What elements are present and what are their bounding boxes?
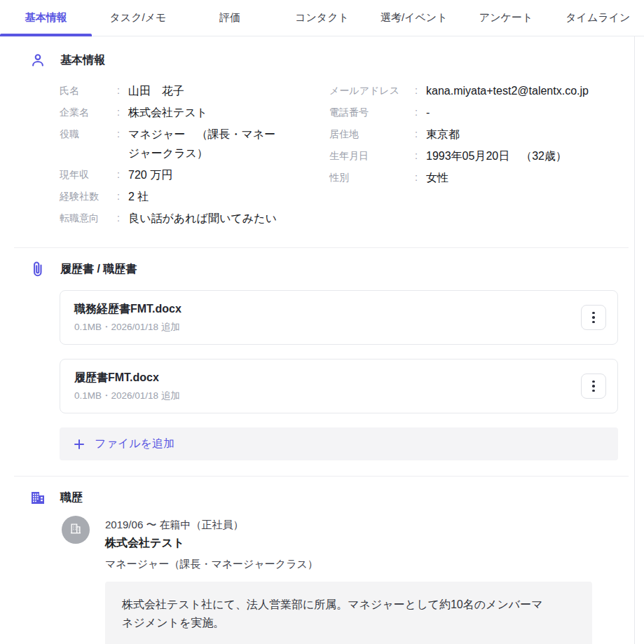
profile-content: 基本情報 氏名 : 山田 花子 企業名 : 株式会社テスト 役職 [0, 36, 635, 644]
paperclip-icon [29, 261, 46, 278]
work-company: 株式会社テスト [105, 535, 592, 551]
field-birthdate: 生年月日 : 1993年05月20日 （32歳） [329, 145, 629, 167]
field-label: 経験社数 [60, 187, 117, 206]
field-label: 居住地 [329, 125, 415, 144]
field-value: 1993年05月20日 （32歳） [426, 146, 567, 165]
field-gender: 性別 : 女性 [329, 167, 629, 189]
building-icon [29, 489, 46, 506]
field-colon: : [415, 168, 426, 187]
work-description-box: 株式会社テスト社にて、法人営業部に所属。マネジャーとして約10名のメンバーマネジ… [105, 582, 592, 644]
work-entry-body: 2019/06 〜 在籍中（正社員） 株式会社テスト マネージャー（課長・マネー… [105, 516, 592, 644]
field-label: 生年月日 [329, 146, 415, 165]
company-avatar [62, 516, 90, 544]
basic-info-section: 基本情報 氏名 : 山田 花子 企業名 : 株式会社テスト 役職 [0, 52, 634, 229]
field-value: kana.miyata+test2@talentx.co.jp [426, 81, 589, 100]
field-label: メールアドレス [329, 81, 415, 100]
plus-icon [74, 439, 85, 450]
field-label: 企業名 [60, 103, 117, 122]
field-value: マネジャー （課長・マネージャークラス） [128, 125, 280, 163]
file-meta: 0.1MB・2026/01/18 追加 [74, 321, 568, 334]
field-value: 女性 [426, 168, 448, 187]
file-name: 履歴書FMT.docx [74, 370, 568, 385]
field-residence: 居住地 : 東京都 [329, 123, 629, 145]
building-icon [69, 521, 83, 538]
tab-contact[interactable]: コンタクト [276, 0, 368, 36]
field-value: 山田 花子 [128, 81, 184, 100]
field-colon: : [117, 103, 128, 122]
documents-header: 履歴書 / 職歴書 [0, 261, 634, 278]
field-colon: : [415, 103, 426, 122]
field-value: - [426, 103, 430, 122]
person-icon [29, 52, 46, 69]
field-label: 役職 [60, 125, 117, 163]
work-history-title: 職歴 [60, 491, 83, 505]
field-email: メールアドレス : kana.miyata+test2@talentx.co.j… [329, 80, 629, 102]
tab-tasks-memo[interactable]: タスク/メモ [92, 0, 184, 36]
field-label: 現年収 [60, 165, 117, 184]
field-current-salary: 現年収 : 720 万円 [60, 164, 329, 186]
field-label: 転職意向 [60, 209, 117, 228]
basic-info-fields: 氏名 : 山田 花子 企業名 : 株式会社テスト 役職 : マネジャー （課長・… [60, 80, 629, 229]
field-value: 良い話があれば聞いてみたい [128, 209, 277, 228]
basic-info-title: 基本情報 [60, 53, 105, 68]
work-role: マネージャー（課長・マネージャークラス） [105, 557, 592, 571]
field-job-change-intent: 転職意向 : 良い話があれば聞いてみたい [60, 207, 329, 229]
field-phone: 電話番号 : - [329, 102, 629, 123]
field-colon: : [415, 125, 426, 144]
tab-timeline[interactable]: タイムライン [552, 0, 644, 36]
field-value: 東京都 [426, 125, 460, 144]
field-value: 2 社 [128, 187, 149, 206]
field-value: 720 万円 [128, 165, 172, 184]
field-colon: : [117, 187, 128, 206]
basic-info-header: 基本情報 [0, 52, 634, 69]
field-label: 電話番号 [329, 103, 415, 122]
work-period: 2019/06 〜 在籍中（正社員） [105, 518, 592, 532]
basic-info-fields-right: メールアドレス : kana.miyata+test2@talentx.co.j… [329, 80, 629, 229]
tab-basic-info[interactable]: 基本情報 [0, 0, 92, 36]
file-menu-button[interactable] [581, 374, 606, 399]
work-description: 株式会社テスト社にて、法人営業部に所属。マネジャーとして約10名のメンバーマネジ… [122, 596, 549, 632]
add-file-button[interactable]: ファイルを追加 [60, 427, 618, 460]
field-label: 氏名 [60, 81, 117, 100]
field-company: 企業名 : 株式会社テスト [60, 102, 329, 123]
field-companies-count: 経験社数 : 2 社 [60, 186, 329, 207]
tab-evaluation[interactable]: 評価 [184, 0, 276, 36]
field-colon: : [415, 146, 426, 165]
field-name: 氏名 : 山田 花子 [60, 80, 329, 102]
document-list: 職務経歴書FMT.docx 0.1MB・2026/01/18 追加 履歴書FMT… [60, 290, 618, 413]
field-label: 性別 [329, 168, 415, 187]
candidate-profile-page: 基本情報 タスク/メモ 評価 コンタクト 選考/イベント アンケート タイムライ… [0, 0, 644, 644]
field-colon: : [117, 125, 128, 163]
documents-title: 履歴書 / 職歴書 [60, 262, 137, 277]
tab-survey[interactable]: アンケート [460, 0, 551, 36]
basic-info-fields-left: 氏名 : 山田 花子 企業名 : 株式会社テスト 役職 : マネジャー （課長・… [60, 80, 329, 229]
field-colon: : [117, 165, 128, 184]
work-history-header: 職歴 [0, 489, 634, 506]
file-menu-button[interactable] [581, 305, 606, 330]
file-card[interactable]: 職務経歴書FMT.docx 0.1MB・2026/01/18 追加 [60, 290, 618, 345]
work-history-entry: 2019/06 〜 在籍中（正社員） 株式会社テスト マネージャー（課長・マネー… [62, 516, 618, 644]
field-position: 役職 : マネジャー （課長・マネージャークラス） [60, 123, 329, 164]
add-file-label: ファイルを追加 [95, 437, 174, 451]
documents-section: 履歴書 / 職歴書 職務経歴書FMT.docx 0.1MB・2026/01/18… [0, 248, 634, 460]
profile-tab-bar: 基本情報 タスク/メモ 評価 コンタクト 選考/イベント アンケート タイムライ… [0, 0, 644, 36]
file-name: 職務経歴書FMT.docx [74, 301, 568, 317]
tab-selection-events[interactable]: 選考/イベント [368, 0, 460, 36]
field-value: 株式会社テスト [128, 103, 207, 122]
file-meta: 0.1MB・2026/01/18 追加 [74, 390, 568, 402]
file-card[interactable]: 履歴書FMT.docx 0.1MB・2026/01/18 追加 [60, 359, 618, 413]
field-colon: : [117, 81, 128, 100]
field-colon: : [117, 209, 128, 228]
field-colon: : [415, 81, 426, 100]
work-history-section: 職歴 2019/ [0, 477, 634, 644]
